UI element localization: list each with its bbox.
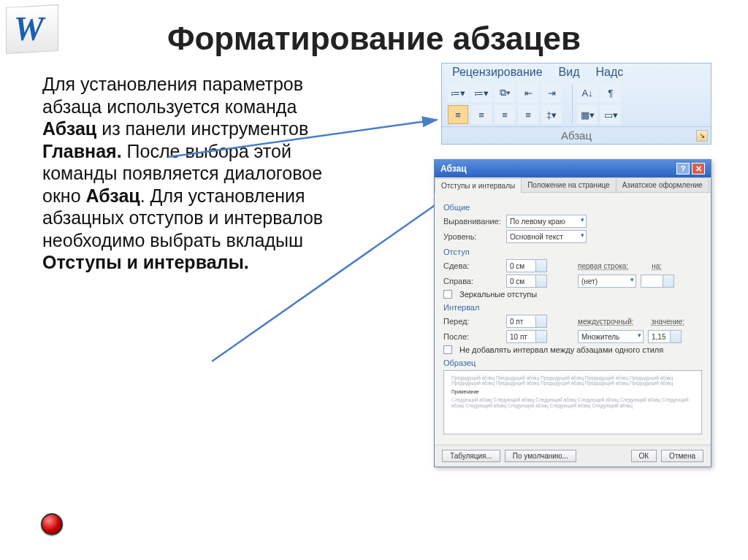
dialog-launcher-icon[interactable]: ↘ (696, 130, 708, 142)
pilcrow-icon[interactable]: ¶ (600, 83, 621, 102)
group-sample: Образец (443, 358, 702, 367)
sample-prev-text: Предыдущий абзац Предыдущий абзац Предыд… (451, 375, 694, 386)
firstline-label: первая строка: (578, 262, 628, 270)
numbering-icon[interactable]: ≔▾ (471, 83, 492, 102)
line-spacing-icon[interactable]: ‡▾ (541, 105, 562, 124)
mirror-indents-label: Зеркальные отступы (459, 290, 537, 299)
paragraph-dialog: Абзац ? ✕ Отступы и интервалы Положение … (434, 159, 711, 467)
close-icon[interactable]: ✕ (692, 163, 705, 174)
increase-indent-icon[interactable]: ⇥ (541, 83, 562, 102)
body-bold-2: Главная. (42, 141, 122, 161)
indent-right-label: Справа: (443, 277, 502, 285)
linespacing-value-spin[interactable]: 1,15 (648, 330, 682, 343)
ok-button[interactable]: ОК (631, 450, 657, 462)
ribbon-tab-review[interactable]: Рецензирование (452, 66, 543, 79)
page-title: Форматирование абзацев (0, 20, 748, 57)
bullets-icon[interactable]: ≔▾ (448, 83, 468, 102)
outline-level-label: Уровень: (443, 232, 502, 241)
align-left-icon[interactable]: ≡ (448, 105, 468, 124)
alignment-label: Выравнивание: (443, 217, 502, 226)
ribbon-group-label: Абзац (561, 129, 592, 142)
space-before-spin[interactable]: 0 пт (506, 315, 547, 328)
group-indent: Отступ (443, 248, 702, 256)
shading-icon[interactable]: ▦▾ (577, 105, 598, 124)
record-button[interactable] (41, 513, 63, 535)
space-after-spin[interactable]: 10 пт (506, 330, 547, 343)
sort-icon[interactable]: A↓ (577, 83, 598, 102)
align-right-icon[interactable]: ≡ (495, 105, 515, 124)
indent-right-spin[interactable]: 0 см (506, 275, 547, 288)
tab-indents[interactable]: Отступы и интервалы (435, 178, 522, 193)
mirror-indents-checkbox[interactable] (443, 290, 452, 299)
dialog-title: Абзац (440, 164, 467, 174)
ribbon-tabs: Рецензирование Вид Надс (442, 64, 711, 79)
ribbon-paragraph-group: Рецензирование Вид Надс ≔▾ ≔▾ ⧉▾ ⇤ ⇥ ≡ ≡… (441, 63, 711, 145)
noadd-space-checkbox[interactable] (443, 345, 452, 354)
dialog-tabs: Отступы и интервалы Положение на страниц… (435, 177, 711, 193)
ribbon-tab-view[interactable]: Вид (559, 66, 580, 79)
group-general: Общие (443, 203, 702, 212)
decrease-indent-icon[interactable]: ⇤ (518, 83, 538, 102)
body-text-1: Для установления параметров абзаца испол… (42, 74, 303, 117)
ribbon-separator (572, 84, 573, 123)
firstline-combo[interactable]: (нет) (578, 275, 636, 288)
space-after-label: После: (443, 332, 502, 341)
default-button[interactable]: По умолчанию... (505, 450, 576, 462)
firstline-by-label: на: (652, 262, 662, 270)
tabs-button[interactable]: Табуляция... (442, 450, 500, 462)
sample-next-text: Следующий абзац Следующий абзац Следующи… (451, 397, 694, 408)
cancel-button[interactable]: Отмена (661, 450, 703, 462)
borders-icon[interactable]: ▭▾ (600, 105, 621, 124)
indent-left-label: Сдева: (443, 261, 502, 270)
body-bold-4: Отступы и интервалы. (42, 252, 249, 272)
tab-asian[interactable]: Азиатское оформление (616, 177, 709, 192)
multilevel-icon[interactable]: ⧉▾ (495, 83, 515, 102)
linespacing-combo[interactable]: Множитель (578, 330, 644, 343)
ribbon-tab-addins[interactable]: Надс (596, 66, 624, 79)
indent-left-spin[interactable]: 0 см (506, 259, 547, 272)
sample-current-text: Примечание (451, 389, 694, 394)
align-center-icon[interactable]: ≡ (471, 105, 492, 124)
body-bold-1: Абзац (42, 118, 96, 139)
dialog-titlebar: Абзац ? ✕ (435, 160, 711, 177)
justify-icon[interactable]: ≡ (518, 105, 538, 124)
help-icon[interactable]: ? (676, 163, 690, 174)
linespacing-value-label: значение: (652, 318, 685, 326)
group-interval: Интервал (443, 303, 702, 312)
tab-pageposition[interactable]: Положение на странице (521, 177, 616, 192)
outline-level-combo[interactable]: Основной текст (506, 230, 587, 243)
body-paragraph: Для установления параметров абзаца испол… (42, 73, 349, 274)
linespacing-label: междустрочный: (578, 318, 634, 326)
body-text-2: из панели инструментов (96, 118, 308, 139)
sample-preview: Предыдущий абзац Предыдущий абзац Предыд… (443, 370, 702, 434)
body-bold-3: Абзац (86, 185, 140, 206)
alignment-combo[interactable]: По левому краю (506, 215, 587, 228)
noadd-space-label: Не добавлять интервал между абзацами одн… (459, 345, 663, 354)
firstline-by-spin[interactable] (641, 275, 674, 288)
space-before-label: Перед: (443, 317, 502, 326)
